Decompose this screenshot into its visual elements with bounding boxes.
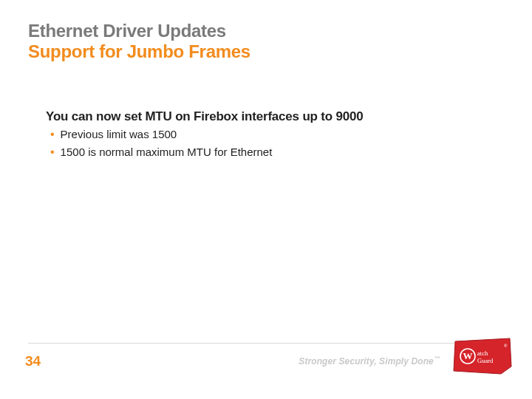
slide: Ethernet Driver Updates Support for Jumb… [0, 0, 532, 399]
svg-text:Guard: Guard [477, 357, 494, 364]
bullet-icon: • [50, 145, 55, 160]
footer-divider [28, 343, 458, 344]
bullet-item: • 1500 is normal maximum MTU for Etherne… [46, 145, 494, 160]
bullet-item: • Previous limit was 1500 [46, 127, 494, 142]
svg-text:®: ® [504, 344, 508, 348]
trademark-symbol: ™ [434, 355, 440, 362]
bullet-text: 1500 is normal maximum MTU for Ethernet [61, 145, 273, 160]
tagline-text: Stronger Security, Simply Done [299, 356, 434, 366]
svg-text:atch: atch [477, 349, 488, 357]
lead-text: You can now set MTU on Firebox interface… [46, 109, 494, 124]
tagline: Stronger Security, Simply Done™ [299, 355, 440, 366]
slide-title: Ethernet Driver Updates Support for Jumb… [28, 21, 504, 61]
bullet-text: Previous limit was 1500 [61, 127, 177, 142]
watchguard-logo: W atch Guard ® [452, 337, 513, 377]
svg-text:W: W [463, 350, 473, 361]
bullet-icon: • [50, 127, 55, 142]
slide-body: You can now set MTU on Firebox interface… [46, 109, 494, 160]
title-line-1: Ethernet Driver Updates [28, 21, 504, 41]
page-number: 34 [25, 353, 41, 369]
title-line-2: Support for Jumbo Frames [28, 41, 504, 62]
